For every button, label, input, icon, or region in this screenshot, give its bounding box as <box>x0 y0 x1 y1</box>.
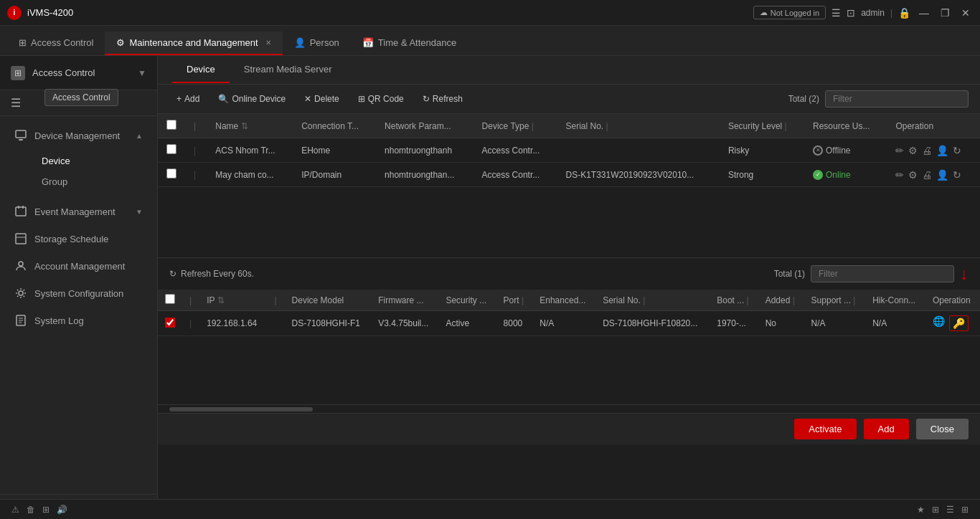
sidebar-header[interactable]: ⊞ Access Control ▼ Access Control <box>0 56 157 90</box>
status-layout-icon[interactable]: ⊞ <box>961 505 969 515</box>
subtab-device[interactable]: Device <box>172 57 230 83</box>
filter-input[interactable] <box>825 90 969 108</box>
sidebar-item-group[interactable]: Group <box>34 171 157 192</box>
th-device-model[interactable]: Device Model <box>285 290 372 311</box>
delete-button[interactable]: ✕ Delete <box>297 90 347 108</box>
maximize-button[interactable]: ❐ <box>938 7 953 19</box>
device-management-icon <box>14 129 27 142</box>
th-device-type[interactable]: Device Type | <box>473 114 557 138</box>
status-grid-icon[interactable]: ⊞ <box>932 505 939 515</box>
lower-filter-input[interactable] <box>811 265 954 282</box>
sidebar-item-event-management[interactable]: Event Management ▼ <box>0 198 157 225</box>
th-operation: Operation <box>925 290 980 311</box>
sidebar-item-account-management[interactable]: Account Management <box>0 252 157 280</box>
row-checkbox[interactable] <box>166 168 176 178</box>
sidebar: ⊞ Access Control ▼ Access Control ☰ Devi… <box>0 56 158 519</box>
sidebar-item-system-configuration[interactable]: System Configuration <box>0 280 157 307</box>
tabbar: ⊞ Access Control ⚙ Maintenance and Manag… <box>0 26 980 56</box>
th-added[interactable]: Added | <box>758 290 804 311</box>
sidebar-item-system-log[interactable]: System Log <box>0 307 157 334</box>
th-security[interactable]: Security ... <box>438 290 496 311</box>
print-icon[interactable]: 🖨 <box>922 145 932 156</box>
lower-select-all[interactable] <box>165 294 175 304</box>
list-icon[interactable]: ☰ <box>831 7 841 19</box>
lower-total-label: Total (1) <box>774 269 805 279</box>
svg-point-7 <box>19 262 23 266</box>
admin-label: admin <box>861 8 885 18</box>
lower-table: | IP ⇅ | Device Model Firmware ... Secur… <box>158 290 980 336</box>
operation-icons: ✏ ⚙ 🖨 👤 ↻ <box>895 169 971 181</box>
status-speaker-icon[interactable]: 🔊 <box>57 505 67 515</box>
close-button-footer[interactable]: Close <box>916 419 969 439</box>
minimize-button[interactable]: — <box>916 7 932 19</box>
subtab-stream[interactable]: Stream Media Server <box>230 57 347 83</box>
activate-button[interactable]: Activate <box>794 419 856 439</box>
th-network[interactable]: Network Param... <box>376 114 473 138</box>
web-icon[interactable]: 🌐 <box>933 315 945 331</box>
status-warning-icon[interactable]: ⚠ <box>11 505 19 515</box>
sidebar-item-device-management[interactable]: Device Management ▲ <box>0 122 157 149</box>
select-all-checkbox[interactable] <box>166 120 176 130</box>
settings-icon[interactable]: ⚙ <box>908 169 918 181</box>
th-checkbox <box>158 114 185 138</box>
add-button-footer[interactable]: Add <box>864 419 909 439</box>
th-security[interactable]: Security Level | <box>720 114 804 138</box>
row-resource: ✓ Online <box>804 163 887 187</box>
device-management-label: Device Management <box>34 130 120 141</box>
status-screen-icon[interactable]: ⊞ <box>42 505 50 515</box>
offline-icon: ✕ <box>813 146 823 156</box>
th-connection[interactable]: Connection T... <box>293 114 376 138</box>
sidebar-collapse-icon[interactable]: ▼ <box>138 68 146 78</box>
add-button[interactable]: + Add <box>169 90 207 108</box>
th-serial[interactable]: Serial No. | <box>557 114 719 138</box>
th-firmware[interactable]: Firmware ... <box>371 290 438 311</box>
sync-icon[interactable]: ↻ <box>953 145 961 156</box>
key-icon[interactable]: 🔑 <box>949 315 969 331</box>
status-trash-icon[interactable]: 🗑 <box>27 505 35 515</box>
monitor-icon[interactable]: ⊡ <box>847 7 855 19</box>
row-checkbox[interactable] <box>166 144 176 154</box>
th-name[interactable]: Name ⇅ <box>207 114 293 138</box>
user-icon[interactable]: 👤 <box>936 169 948 181</box>
th-serial[interactable]: Serial No. | <box>595 290 710 311</box>
status-star-icon[interactable]: ★ <box>917 505 925 515</box>
tab-icon: 📅 <box>362 37 374 48</box>
settings-icon[interactable]: ⚙ <box>908 145 918 156</box>
tab-access-control[interactable]: ⊞ Access Control <box>7 32 105 55</box>
footer: Activate Add Close <box>158 413 980 444</box>
cloud-status[interactable]: ☁ Not Logged in <box>753 6 826 19</box>
refresh-label: Refresh Every 60s. <box>181 269 254 279</box>
tab-person[interactable]: 👤 Person <box>283 32 351 55</box>
close-button[interactable]: ✕ <box>958 7 973 19</box>
th-boot[interactable]: Boot ... | <box>710 290 758 311</box>
sync-icon[interactable]: ↻ <box>953 169 961 181</box>
operation-icons: ✏ ⚙ 🖨 👤 ↻ <box>895 145 971 156</box>
sidebar-item-device[interactable]: Device <box>34 151 157 171</box>
edit-icon[interactable]: ✏ <box>895 169 904 181</box>
sidebar-item-storage-schedule[interactable]: Storage Schedule <box>0 225 157 252</box>
lock-icon[interactable]: 🔒 <box>898 7 910 19</box>
qrcode-button[interactable]: ⊞ QR Code <box>351 90 411 108</box>
online-device-button[interactable]: 🔍 Online Device <box>211 90 293 108</box>
main-layout: ⊞ Access Control ▼ Access Control ☰ Devi… <box>0 56 980 519</box>
th-port[interactable]: Port | <box>496 290 533 311</box>
lower-row-checkbox[interactable] <box>165 318 175 328</box>
th-enhanced[interactable]: Enhanced... <box>532 290 595 311</box>
event-management-arrow: ▼ <box>136 208 143 216</box>
refresh-button[interactable]: ↻ Refresh <box>415 90 470 108</box>
th-hik-conn[interactable]: Hik-Conn... <box>865 290 925 311</box>
th-ip[interactable]: IP ⇅ <box>199 290 267 311</box>
svg-rect-1 <box>19 139 23 141</box>
row-serial: DS-K1T331W20190923V02010... <box>557 163 719 187</box>
table-row: | ACS Nhom Tr... EHome nhomtruongthanh A… <box>158 138 980 163</box>
scrollbar-thumb[interactable] <box>169 407 313 411</box>
print-icon[interactable]: 🖨 <box>922 169 932 181</box>
user-icon[interactable]: 👤 <box>936 145 948 156</box>
th-resource[interactable]: Resource Us... <box>804 114 887 138</box>
th-support[interactable]: Support ... | <box>804 290 866 311</box>
tab-attendance[interactable]: 📅 Time & Attendance <box>351 32 468 55</box>
status-list-icon[interactable]: ☰ <box>946 505 954 515</box>
tab-close-icon[interactable]: ✕ <box>265 39 271 47</box>
tab-maintenance[interactable]: ⚙ Maintenance and Management ✕ <box>105 32 282 55</box>
edit-icon[interactable]: ✏ <box>895 145 904 156</box>
